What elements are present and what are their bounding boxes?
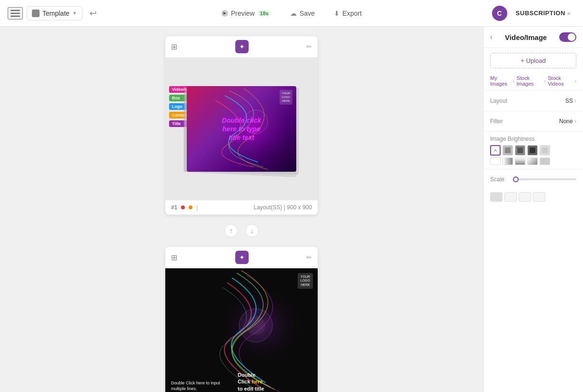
svg-rect-7 xyxy=(517,147,523,153)
slide-2-preview: YOURLOGOHERE Double Click here to input … xyxy=(165,268,318,392)
dot-red-1 xyxy=(181,206,185,209)
bottom-icons xyxy=(483,189,583,205)
overlay-opt-3[interactable] xyxy=(515,157,525,165)
cloud-icon: ☁ xyxy=(290,10,297,17)
slide-1-image: YOURLOGOHERE Double clickhere to typetit… xyxy=(187,86,296,172)
layout-row: Layout SS xyxy=(490,95,576,107)
layout-value[interactable]: SS xyxy=(565,98,576,104)
move-up-button[interactable]: ↑ xyxy=(224,224,238,237)
undo-button[interactable]: ↩ xyxy=(86,6,101,20)
toggle-switch[interactable] xyxy=(559,32,576,42)
brightness-opt-1[interactable]: A xyxy=(490,145,501,156)
brightness-options: A xyxy=(490,145,576,156)
topbar-center: ▶ Preview 18s ☁ Save ⬇ Export xyxy=(216,7,368,20)
filter-value[interactable]: None xyxy=(559,118,576,125)
perspective-wrapper: YOURLOGOHERE Double clickhere to typetit… xyxy=(165,58,318,200)
menu-button[interactable] xyxy=(8,7,23,20)
overlay-options xyxy=(490,157,576,165)
stock-images-link[interactable]: Stock Images xyxy=(516,75,542,87)
chevron-down-icon: ▼ xyxy=(72,10,77,16)
brightness-opt-2[interactable] xyxy=(503,145,513,156)
slide-1-container: ⊞ ✦ ✏ Video/Image Box Logo Content Title xyxy=(165,36,318,215)
layers-icon[interactable]: ⊞ xyxy=(171,42,177,51)
bottom-icon-3[interactable] xyxy=(519,192,531,202)
slide-2-content-text[interactable]: Double Click here to input multiple line… xyxy=(171,380,229,392)
edit-icon[interactable]: ✏ xyxy=(306,43,312,50)
template-label: Template xyxy=(42,10,70,17)
overlay-opt-1[interactable] xyxy=(490,157,501,165)
filter-row: Filter None xyxy=(490,115,576,127)
stock-videos-link[interactable]: Stock Videos xyxy=(548,75,573,87)
main-content: ⊞ ✦ ✏ Video/Image Box Logo Content Title xyxy=(0,27,583,392)
slide-1-arrows: ↑ ↓ xyxy=(224,222,259,239)
template-icon xyxy=(32,10,40,17)
overlay-opt-2[interactable] xyxy=(503,157,513,165)
bottom-icon-4[interactable] xyxy=(533,192,545,202)
scale-section: Scale xyxy=(483,169,583,189)
scale-row: Scale xyxy=(490,173,576,186)
topbar: Template ▼ ↩ ▶ Preview 18s ☁ Save ⬇ Expo… xyxy=(0,0,583,27)
layers-icon-2[interactable]: ⊞ xyxy=(171,253,177,262)
scale-slider[interactable] xyxy=(513,178,576,180)
chevron-right-icon: » xyxy=(567,10,571,17)
image-brightness-label: Image Brightness xyxy=(490,136,576,142)
play-icon: ▶ xyxy=(221,10,228,17)
panel-title: Video/Image xyxy=(505,33,547,41)
filter-label: Filter xyxy=(490,118,503,125)
spark-button[interactable]: ✦ xyxy=(235,40,249,53)
template-button[interactable]: Template ▼ xyxy=(27,6,82,20)
preview-badge: 18s xyxy=(258,10,271,17)
slide-1-info: Layout(SS) | 900 x 900 xyxy=(253,204,312,211)
panel-back-button[interactable]: ‹ xyxy=(490,33,493,41)
dot-orange-1 xyxy=(189,206,192,209)
export-label: Export xyxy=(342,10,362,17)
brightness-section: Image Brightness A xyxy=(483,131,583,169)
bottom-icon-1[interactable] xyxy=(490,192,503,202)
svg-rect-6 xyxy=(505,147,511,153)
right-panel: ‹ Video/Image + Upload My Images › Stock… xyxy=(483,27,583,392)
export-icon: ⬇ xyxy=(334,10,340,17)
slide-1-number: #1 xyxy=(171,204,177,211)
scale-thumb xyxy=(513,176,519,182)
slide-2-toolbar: ⊞ ✦ ✏ xyxy=(165,247,318,268)
panel-header: ‹ Video/Image xyxy=(483,27,583,48)
my-images-link[interactable]: My Images xyxy=(490,75,511,87)
toggle-knob xyxy=(568,33,575,41)
topbar-right: C SUBSCRIPTION » xyxy=(492,6,575,21)
overlay-opt-4[interactable] xyxy=(527,157,538,165)
filter-section: Filter None xyxy=(483,111,583,131)
brightness-opt-3[interactable] xyxy=(515,145,525,156)
topbar-left: Template ▼ ↩ xyxy=(8,6,101,20)
save-label: Save xyxy=(300,10,315,17)
avatar: C xyxy=(492,6,507,21)
preview-button[interactable]: ▶ Preview 18s xyxy=(216,7,277,20)
svg-rect-9 xyxy=(542,147,548,153)
slide-1-logo: YOURLOGOHERE xyxy=(280,90,292,105)
slide-2-title[interactable]: Double Click here to edit title xyxy=(238,372,314,392)
spark-button-2[interactable]: ✦ xyxy=(235,251,249,264)
media-nav: My Images › Stock Images › Stock Videos … xyxy=(483,73,583,90)
upload-button[interactable]: + Upload xyxy=(490,53,576,69)
slide-1-preview: Video/Image Box Logo Content Title xyxy=(165,58,318,200)
slide-1-meta: #1 | Layout(SS) | 900 x 900 xyxy=(165,200,318,215)
svg-point-1 xyxy=(244,110,268,134)
layout-section: Layout SS xyxy=(483,90,583,111)
layout-label: Layout xyxy=(490,98,507,104)
move-down-button[interactable]: ↓ xyxy=(245,224,259,237)
overlay-opt-5[interactable] xyxy=(540,157,550,165)
slide-2-logo: YOURLOGOHERE xyxy=(298,273,313,289)
export-button[interactable]: ⬇ Export xyxy=(328,7,367,20)
bottom-icon-2[interactable] xyxy=(504,192,517,202)
canvas-area: ⊞ ✦ ✏ Video/Image Box Logo Content Title xyxy=(0,27,483,392)
subscription-label: SUBSCRIPTION xyxy=(516,10,565,17)
svg-rect-8 xyxy=(530,147,535,153)
brightness-opt-5[interactable] xyxy=(540,145,550,156)
brightness-opt-4[interactable] xyxy=(527,145,538,156)
edit-icon-2[interactable]: ✏ xyxy=(306,254,312,261)
slide-2-container: ⊞ ✦ ✏ xyxy=(165,247,318,392)
save-button[interactable]: ☁ Save xyxy=(284,7,321,20)
subscription-button[interactable]: SUBSCRIPTION » xyxy=(511,7,575,20)
slide-1-toolbar: ⊞ ✦ ✏ xyxy=(165,36,318,58)
scale-label: Scale xyxy=(490,176,509,183)
preview-label: Preview xyxy=(231,10,255,17)
